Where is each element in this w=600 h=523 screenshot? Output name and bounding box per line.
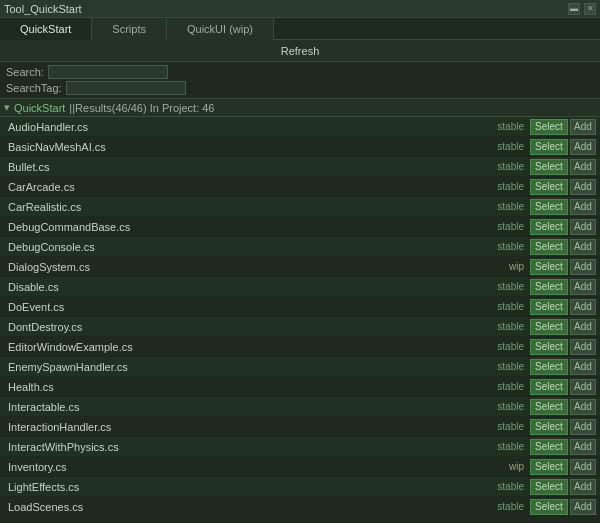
item-name: InteractWithPhysics.cs [8, 441, 494, 453]
item-name: BasicNavMeshAI.cs [8, 141, 494, 153]
item-status: wip [494, 261, 524, 272]
item-status: stable [494, 241, 524, 252]
add-button[interactable]: Add [570, 339, 596, 355]
select-button[interactable]: Select [530, 239, 568, 255]
list-item: Bullet.csstableSelectAdd [0, 157, 600, 177]
select-button[interactable]: Select [530, 159, 568, 175]
item-name: Interactable.cs [8, 401, 494, 413]
item-name: Disable.cs [8, 281, 494, 293]
select-button[interactable]: Select [530, 339, 568, 355]
tab-bar: QuickStart Scripts QuickUI (wip) [0, 18, 600, 40]
select-button[interactable]: Select [530, 459, 568, 475]
search-tag-input[interactable] [66, 81, 186, 95]
add-button[interactable]: Add [570, 279, 596, 295]
select-button[interactable]: Select [530, 479, 568, 495]
add-button[interactable]: Add [570, 159, 596, 175]
results-bar: ▾ QuickStart || Results(46/46) In Projec… [0, 99, 600, 117]
tab-quickui[interactable]: QuickUI (wip) [167, 18, 274, 40]
list-item: InteractWithPhysics.csstableSelectAdd [0, 437, 600, 457]
close-button[interactable]: ✕ [584, 3, 596, 15]
select-button[interactable]: Select [530, 359, 568, 375]
list-item: AudioHandler.csstableSelectAdd [0, 117, 600, 137]
list-item: DebugConsole.csstableSelectAdd [0, 237, 600, 257]
tab-quickstart[interactable]: QuickStart [0, 18, 92, 40]
refresh-button[interactable]: Refresh [281, 45, 320, 57]
list-item: Health.csstableSelectAdd [0, 377, 600, 397]
select-button[interactable]: Select [530, 419, 568, 435]
item-name: EnemySpawnHandler.cs [8, 361, 494, 373]
expand-icon[interactable]: ▾ [4, 101, 10, 114]
tab-scripts[interactable]: Scripts [92, 18, 167, 40]
select-button[interactable]: Select [530, 499, 568, 515]
item-name: DoEvent.cs [8, 301, 494, 313]
add-button[interactable]: Add [570, 239, 596, 255]
add-button[interactable]: Add [570, 399, 596, 415]
item-status: stable [494, 221, 524, 232]
item-status: stable [494, 141, 524, 152]
refresh-bar: Refresh [0, 40, 600, 62]
add-button[interactable]: Add [570, 379, 596, 395]
list-item: CarRealistic.csstableSelectAdd [0, 197, 600, 217]
title-bar: Tool_QuickStart ▬ ✕ [0, 0, 600, 18]
list-item: LightEffects.csstableSelectAdd [0, 477, 600, 497]
item-name: DebugConsole.cs [8, 241, 494, 253]
item-status: stable [494, 121, 524, 132]
item-status: stable [494, 401, 524, 412]
list-item: EnemySpawnHandler.csstableSelectAdd [0, 357, 600, 377]
select-button[interactable]: Select [530, 439, 568, 455]
add-button[interactable]: Add [570, 439, 596, 455]
section-name: QuickStart [14, 102, 65, 114]
add-button[interactable]: Add [570, 479, 596, 495]
select-button[interactable]: Select [530, 219, 568, 235]
item-name: InteractionHandler.cs [8, 421, 494, 433]
item-name: CarArcade.cs [8, 181, 494, 193]
select-button[interactable]: Select [530, 259, 568, 275]
list-item: CarArcade.csstableSelectAdd [0, 177, 600, 197]
add-button[interactable]: Add [570, 499, 596, 515]
list-item: LoadScenes.csstableSelectAdd [0, 497, 600, 517]
item-name: Health.cs [8, 381, 494, 393]
search-area: Search: SearchTag: [0, 62, 600, 99]
search-row: Search: [6, 64, 594, 80]
list-item: Disable.csstableSelectAdd [0, 277, 600, 297]
list-item: Interactable.csstableSelectAdd [0, 397, 600, 417]
add-button[interactable]: Add [570, 219, 596, 235]
search-input[interactable] [48, 65, 168, 79]
add-button[interactable]: Add [570, 419, 596, 435]
item-name: Bullet.cs [8, 161, 494, 173]
select-button[interactable]: Select [530, 199, 568, 215]
list-item: DoEvent.csstableSelectAdd [0, 297, 600, 317]
select-button[interactable]: Select [530, 379, 568, 395]
select-button[interactable]: Select [530, 279, 568, 295]
add-button[interactable]: Add [570, 459, 596, 475]
add-button[interactable]: Add [570, 179, 596, 195]
list-item: EditorWindowExample.csstableSelectAdd [0, 337, 600, 357]
add-button[interactable]: Add [570, 359, 596, 375]
add-button[interactable]: Add [570, 139, 596, 155]
item-name: Inventory.cs [8, 461, 494, 473]
title-bar-controls: ▬ ✕ [568, 3, 596, 15]
list-item: DialogSystem.cswipSelectAdd [0, 257, 600, 277]
add-button[interactable]: Add [570, 259, 596, 275]
select-button[interactable]: Select [530, 139, 568, 155]
select-button[interactable]: Select [530, 299, 568, 315]
item-status: stable [494, 381, 524, 392]
list-item: InteractionHandler.csstableSelectAdd [0, 417, 600, 437]
add-button[interactable]: Add [570, 199, 596, 215]
item-status: stable [494, 421, 524, 432]
select-button[interactable]: Select [530, 179, 568, 195]
select-button[interactable]: Select [530, 119, 568, 135]
item-name: DebugCommandBase.cs [8, 221, 494, 233]
collapse-button[interactable]: ▬ [568, 3, 580, 15]
add-button[interactable]: Add [570, 119, 596, 135]
item-name: DialogSystem.cs [8, 261, 494, 273]
add-button[interactable]: Add [570, 299, 596, 315]
add-button[interactable]: Add [570, 319, 596, 335]
item-status: stable [494, 201, 524, 212]
item-status: stable [494, 301, 524, 312]
select-button[interactable]: Select [530, 399, 568, 415]
item-status: stable [494, 361, 524, 372]
select-button[interactable]: Select [530, 319, 568, 335]
search-tag-row: SearchTag: [6, 80, 594, 96]
item-status: stable [494, 181, 524, 192]
